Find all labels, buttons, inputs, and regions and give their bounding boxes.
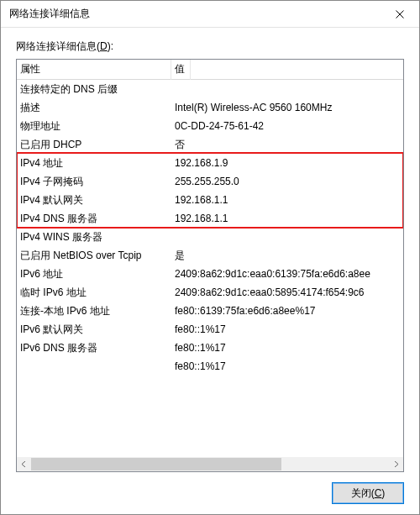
table-row[interactable]: IPv6 默认网关fe80::1%17 xyxy=(17,320,403,339)
titlebar: 网络连接详细信息 xyxy=(1,1,419,28)
table-row[interactable]: 描述Intel(R) Wireless-AC 9560 160MHz xyxy=(17,98,403,117)
close-window-button[interactable] xyxy=(381,1,419,27)
cell-value: fe80::1%17 xyxy=(171,340,403,355)
table-row[interactable]: 临时 IPv6 地址2409:8a62:9d1c:eaa0:5895:4174:… xyxy=(17,283,403,302)
cell-value: fe80::1%17 xyxy=(171,322,403,337)
scroll-left-button[interactable] xyxy=(17,457,31,471)
scroll-track[interactable] xyxy=(31,457,389,471)
cell-value: 192.168.1.1 xyxy=(171,211,403,226)
close-button-suffix: ) xyxy=(381,487,385,499)
cell-value: 是 xyxy=(171,247,403,265)
cell-value: Intel(R) Wireless-AC 9560 160MHz xyxy=(171,100,403,115)
cell-property: IPv4 子网掩码 xyxy=(17,173,171,191)
cell-value: 255.255.255.0 xyxy=(171,174,403,189)
window-title: 网络连接详细信息 xyxy=(9,7,90,21)
horizontal-scrollbar[interactable] xyxy=(17,457,403,471)
table-row[interactable]: 连接特定的 DNS 后缀 xyxy=(17,80,403,98)
cell-property: IPv6 地址 xyxy=(17,265,171,283)
dialog-window: 网络连接详细信息 网络连接详细信息(D): 属性 值 连接特定的 DNS 后缀描… xyxy=(0,0,420,515)
cell-property: 物理地址 xyxy=(17,118,171,135)
table-row[interactable]: fe80::1%17 xyxy=(17,357,403,376)
details-label-key: D xyxy=(100,40,108,52)
cell-value: 2409:8a62:9d1c:eaa0:6139:75fa:e6d6:a8ee xyxy=(171,266,403,281)
details-label-text: 网络连接详细信息( xyxy=(16,40,100,52)
table-row[interactable]: 已启用 NetBIOS over Tcpip是 xyxy=(17,246,403,265)
cell-property: IPv6 DNS 服务器 xyxy=(17,339,171,357)
close-button-key: C xyxy=(375,487,382,499)
cell-value: fe80::1%17 xyxy=(171,359,403,374)
scroll-right-button[interactable] xyxy=(389,457,403,471)
details-table: 属性 值 连接特定的 DNS 后缀描述Intel(R) Wireless-AC … xyxy=(16,59,404,472)
cell-value: 192.168.1.1 xyxy=(171,192,403,208)
table-row[interactable]: IPv4 子网掩码255.255.255.0 xyxy=(17,172,403,191)
cell-value: 否 xyxy=(171,136,403,154)
table-row[interactable]: IPv6 地址2409:8a62:9d1c:eaa0:6139:75fa:e6d… xyxy=(17,265,403,283)
cell-property xyxy=(17,365,171,368)
close-button-prefix: 关闭( xyxy=(351,486,375,501)
cell-value: fe80::6139:75fa:e6d6:a8ee%17 xyxy=(171,303,403,318)
cell-property: IPv4 默认网关 xyxy=(17,192,171,209)
chevron-left-icon xyxy=(21,461,27,467)
close-button[interactable]: 关闭(C) xyxy=(332,482,404,504)
button-bar: 关闭(C) xyxy=(16,472,404,504)
table-row[interactable]: 已启用 DHCP否 xyxy=(17,135,403,154)
cell-property: IPv4 WINS 服务器 xyxy=(17,229,171,246)
details-label-suffix: ): xyxy=(108,40,113,52)
table-row[interactable]: IPv4 WINS 服务器 xyxy=(17,228,403,246)
header-value[interactable]: 值 xyxy=(171,59,191,80)
details-label: 网络连接详细信息(D): xyxy=(16,39,404,54)
cell-value: 192.168.1.9 xyxy=(171,155,403,171)
cell-property: 描述 xyxy=(17,99,171,117)
cell-property: IPv6 默认网关 xyxy=(17,321,171,339)
cell-property: 已启用 DHCP xyxy=(17,136,171,154)
cell-property: 连接-本地 IPv6 地址 xyxy=(17,302,171,320)
cell-value: 0C-DD-24-75-61-42 xyxy=(171,118,403,134)
table-row[interactable]: IPv4 DNS 服务器192.168.1.1 xyxy=(17,209,403,228)
chevron-right-icon xyxy=(393,461,399,467)
header-property[interactable]: 属性 xyxy=(17,59,171,80)
table-row[interactable]: IPv4 地址192.168.1.9 xyxy=(17,154,403,172)
table-row[interactable]: IPv6 DNS 服务器fe80::1%17 xyxy=(17,339,403,357)
table-row[interactable]: IPv4 默认网关192.168.1.1 xyxy=(17,191,403,209)
cell-property: 连接特定的 DNS 后缀 xyxy=(17,81,171,98)
cell-value xyxy=(171,235,403,239)
cell-property: IPv4 地址 xyxy=(17,155,171,172)
table-row[interactable]: 物理地址0C-DD-24-75-61-42 xyxy=(17,117,403,135)
cell-value: 2409:8a62:9d1c:eaa0:5895:4174:f654:9c6 xyxy=(171,285,403,300)
table-body: 连接特定的 DNS 后缀描述Intel(R) Wireless-AC 9560 … xyxy=(17,80,403,457)
scroll-thumb[interactable] xyxy=(31,458,281,470)
close-icon xyxy=(396,10,404,18)
cell-property: IPv4 DNS 服务器 xyxy=(17,210,171,228)
table-header-row: 属性 值 xyxy=(17,60,403,80)
cell-property: 临时 IPv6 地址 xyxy=(17,284,171,302)
content-area: 网络连接详细信息(D): 属性 值 连接特定的 DNS 后缀描述Intel(R)… xyxy=(1,28,419,514)
table-row[interactable]: 连接-本地 IPv6 地址fe80::6139:75fa:e6d6:a8ee%1… xyxy=(17,302,403,320)
cell-value xyxy=(171,87,403,91)
cell-property: 已启用 NetBIOS over Tcpip xyxy=(17,247,171,265)
